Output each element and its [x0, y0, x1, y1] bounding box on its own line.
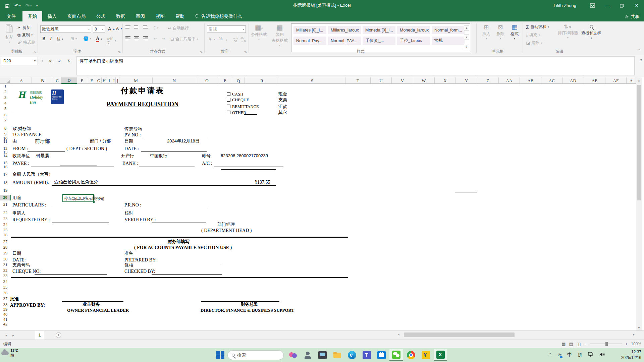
row-header-2[interactable]: 2 — [0, 89, 11, 95]
row-header-17[interactable]: 17 — [0, 172, 11, 177]
ime-language-indicator[interactable]: 中 — [567, 352, 572, 358]
zoom-out-button[interactable]: − — [584, 342, 587, 347]
tab-公式[interactable]: 公式 — [91, 11, 111, 21]
phonetic-button[interactable]: wén文▾ — [107, 36, 116, 45]
cut-button[interactable]: ✂剪切 — [17, 25, 31, 31]
taskbar-app-edge[interactable]: e — [345, 349, 359, 361]
select-all-button[interactable] — [0, 77, 11, 84]
column-header-Q[interactable]: Q — [232, 77, 245, 84]
row-header-8[interactable]: 8 — [0, 126, 11, 131]
scroll-right-arrow[interactable]: ▸ — [633, 333, 635, 336]
decrease-decimal-button[interactable]: .00→.0 — [240, 36, 246, 43]
column-header-A[interactable]: A — [627, 77, 636, 84]
close-button[interactable]: ✕ — [629, 0, 644, 11]
ime-mode-indicator[interactable]: 拼 — [578, 352, 582, 358]
checkbox-other[interactable] — [227, 111, 230, 114]
column-header-P[interactable]: P — [218, 77, 232, 84]
row-header-29[interactable]: 29 — [0, 250, 11, 256]
ribbon-display-options-icon[interactable] — [585, 0, 600, 11]
column-header-E[interactable]: E — [77, 77, 87, 84]
page-break-view-button[interactable]: ◫ — [577, 342, 581, 347]
row-header-20[interactable]: 20 — [0, 195, 11, 200]
font-name-combo[interactable]: 微软雅黑▾ — [40, 25, 91, 33]
name-box[interactable]: D20▾ — [1, 57, 38, 65]
row-header-37[interactable]: 37 — [0, 296, 11, 302]
column-header-X[interactable]: X — [435, 77, 456, 84]
taskbar-app-contact[interactable] — [301, 349, 314, 361]
borders-button[interactable]: ⊞▾ — [70, 36, 77, 41]
row-header-3[interactable]: 3 — [0, 95, 11, 101]
sync-icon[interactable]: ⟳ — [557, 352, 561, 358]
row-header-18[interactable]: 18 — [0, 180, 11, 186]
scroll-left-arrow[interactable]: ◂ — [398, 333, 399, 336]
checkbox-cash[interactable] — [227, 92, 230, 96]
number-format-combo[interactable]: 常规▾ — [207, 25, 246, 33]
column-header-C[interactable]: C — [53, 77, 61, 84]
format-painter-button[interactable]: 🖌格式刷 — [17, 40, 35, 45]
cell-style-Millares [0]_l...[interactable]: Millares [0]_l... — [293, 26, 326, 34]
column-header-AE[interactable]: AE — [584, 77, 605, 84]
scroll-up-arrow[interactable]: ▲ — [636, 77, 642, 83]
network-icon[interactable] — [588, 352, 594, 358]
row-header-35[interactable]: 35 — [0, 285, 11, 290]
normal-view-button[interactable]: ▦ — [561, 342, 566, 347]
align-right-button[interactable] — [143, 36, 148, 40]
styles-scroll-up[interactable]: ▲ — [464, 25, 469, 31]
column-header-N[interactable]: N — [153, 77, 196, 84]
column-header-S[interactable]: S — [279, 77, 345, 84]
tab-审阅[interactable]: 审阅 — [130, 11, 150, 21]
column-header-R[interactable]: R — [245, 77, 279, 84]
cell-style-千位_1aroux[interactable]: 千位_1aroux — [397, 37, 430, 45]
row-header-16[interactable]: 16 — [0, 164, 11, 170]
tab-开始[interactable]: 开始 — [22, 11, 42, 21]
taskbar-app-wechat[interactable] — [389, 349, 403, 361]
formula-input[interactable]: 停车场出口指示牌报销 — [76, 56, 635, 75]
column-header-A[interactable]: A — [11, 77, 32, 84]
column-header-AB[interactable]: AB — [520, 77, 541, 84]
align-center-button[interactable] — [134, 36, 139, 40]
share-button[interactable]: 共享 — [625, 14, 639, 20]
decrease-indent-button[interactable]: ⇤ — [154, 36, 157, 41]
column-header-][interactable]: ] — [116, 77, 119, 84]
copy-button[interactable]: ⧉复制▾ — [17, 32, 33, 38]
row-header-26[interactable]: 26 — [0, 232, 11, 238]
row-header-6[interactable]: 6 — [0, 112, 11, 118]
find-select-button[interactable]: 查找和选择▾ — [581, 23, 602, 40]
comma-style-button[interactable]: , — [226, 36, 227, 41]
tell-me-box[interactable]: 告诉我你想要做什么 — [190, 11, 247, 21]
scroll-down-arrow[interactable]: ▼ — [636, 325, 642, 330]
checkbox-remittance[interactable] — [227, 105, 230, 108]
column-header-W[interactable]: W — [413, 77, 435, 84]
increase-indent-button[interactable]: ⇥ — [162, 36, 165, 41]
row-header-19[interactable]: 19 — [0, 188, 11, 193]
column-header-D[interactable]: D — [61, 77, 77, 84]
restore-button[interactable] — [614, 0, 629, 11]
cell-style-千位[0]_...[interactable]: 千位[0]_... — [363, 37, 395, 45]
tab-数据[interactable]: 数据 — [111, 11, 130, 21]
insert-function-button[interactable]: fx — [65, 57, 73, 65]
cell-style-Moneda [0]_l...[interactable]: Moneda [0]_l... — [363, 26, 395, 34]
column-header-H[interactable]: H — [102, 77, 107, 84]
paste-button[interactable]: 粘贴▾ — [2, 23, 17, 44]
styles-more-button[interactable]: ⊽ — [464, 44, 469, 49]
top-align-button[interactable] — [125, 25, 130, 28]
horizontal-scrollbar[interactable]: ◂ ▸ — [398, 332, 635, 338]
tab-file[interactable]: 文件 — [0, 11, 22, 21]
vertical-scroll-thumb[interactable] — [637, 85, 641, 200]
column-header-O[interactable]: O — [196, 77, 218, 84]
fill-button[interactable]: ⤓填充▾ — [526, 32, 540, 38]
taskbar-app-excel[interactable]: X — [434, 349, 447, 361]
taskbar-app-teams[interactable]: T — [360, 349, 373, 361]
column-header-F[interactable]: F — [87, 77, 96, 84]
column-header-U[interactable]: U — [371, 77, 392, 84]
sheet-nav-prev-icon[interactable]: ◂ — [5, 333, 7, 338]
tab-视图[interactable]: 视图 — [150, 11, 170, 21]
column-header-Z[interactable]: Z — [477, 77, 499, 84]
zoom-slider-thumb[interactable] — [605, 342, 608, 346]
clear-button[interactable]: ◪清除▾ — [526, 40, 542, 46]
sheet-tab-1[interactable]: 1 — [35, 331, 44, 340]
format-as-table-button[interactable]: ▦ 套用表格格式▾ — [271, 23, 288, 47]
tab-页面布局[interactable]: 页面布局 — [62, 11, 91, 21]
row-header-42[interactable]: 42 — [0, 321, 11, 327]
italic-button[interactable]: I — [50, 36, 52, 42]
